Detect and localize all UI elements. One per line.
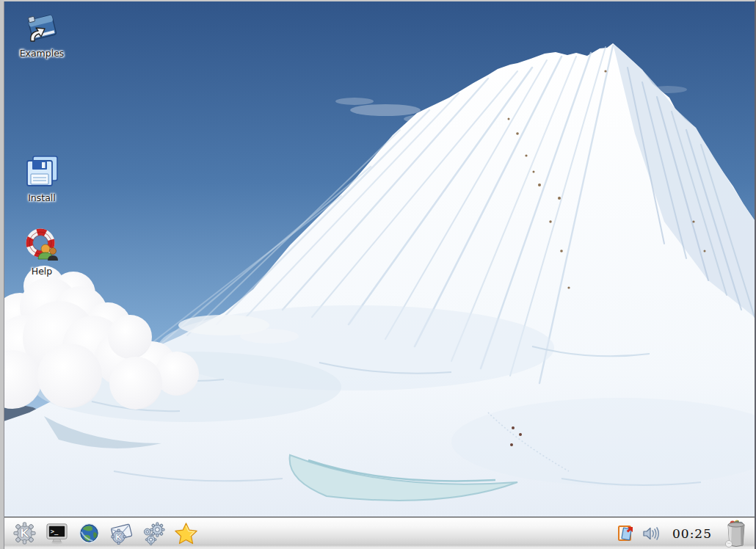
klipper-button[interactable]	[617, 524, 636, 543]
panel-clock[interactable]: 00:25	[666, 526, 716, 541]
screen-frame: Examples Install	[0, 0, 756, 549]
desktop-icon-examples[interactable]: Examples	[10, 9, 73, 59]
desktop-icon-label: Install	[28, 192, 56, 203]
bookmark-star-button[interactable]	[173, 520, 199, 546]
desktop-icon-install[interactable]: Install	[10, 153, 73, 204]
help-lifebuoy-icon	[23, 227, 60, 263]
trash-full-icon	[722, 519, 750, 548]
kontact-mail-icon: K	[109, 521, 134, 545]
taskbar-panel: K >_	[4, 517, 755, 549]
konsole-button[interactable]: >_	[44, 520, 70, 546]
desktop-icon-label: Examples	[20, 48, 65, 59]
desktop-icon-help[interactable]: Help	[10, 227, 73, 277]
svg-text:>_: >_	[51, 528, 59, 535]
bookmark-star-icon	[174, 521, 198, 545]
web-browser-button[interactable]	[76, 520, 102, 546]
klipper-clipboard-icon	[617, 524, 636, 543]
svg-text:K: K	[115, 531, 123, 542]
desktop-icon-label: Help	[32, 266, 53, 277]
quick-launch-area: K >_	[7, 520, 199, 546]
system-settings-gears-icon	[142, 521, 166, 545]
desktop: Examples Install	[4, 1, 755, 517]
trash-button[interactable]	[722, 519, 750, 548]
system-tray: 00:25	[617, 519, 755, 548]
web-browser-globe-icon	[77, 521, 101, 545]
volume-button[interactable]	[641, 524, 661, 543]
kontact-button[interactable]: K	[109, 520, 134, 546]
kmenu-button[interactable]: K	[12, 520, 37, 546]
system-settings-button[interactable]	[141, 520, 167, 546]
kmenu-icon: K	[12, 521, 37, 545]
install-floppy-icon	[23, 153, 60, 190]
konsole-terminal-icon: >_	[45, 521, 69, 545]
volume-speaker-icon	[641, 524, 661, 543]
wallpaper-mountain-image	[4, 1, 755, 517]
examples-book-link-icon	[23, 9, 60, 46]
svg-text:K: K	[20, 526, 30, 540]
